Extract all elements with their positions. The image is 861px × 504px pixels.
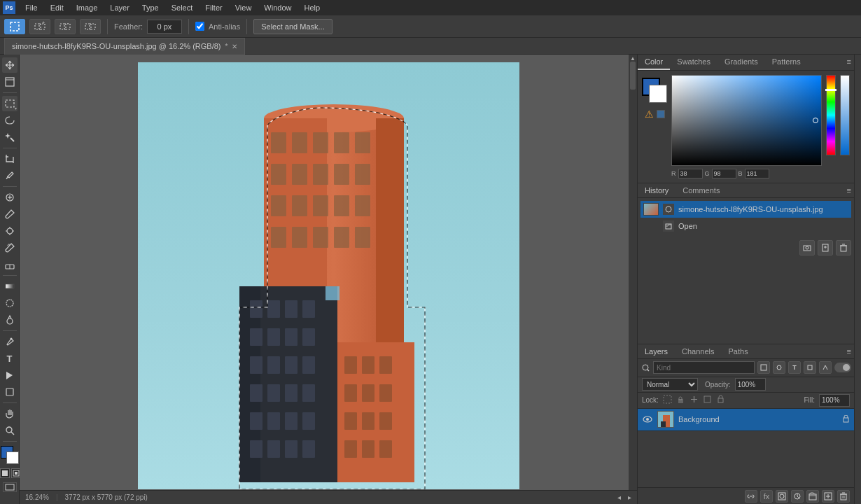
menu-help[interactable]: Help — [298, 2, 326, 13]
lock-all-btn[interactable] — [716, 395, 725, 406]
layers-tab[interactable]: Layers — [638, 344, 675, 358]
add-style-btn[interactable]: fx — [760, 490, 773, 503]
tool-gradient[interactable] — [2, 279, 18, 294]
paths-tab[interactable]: Paths — [722, 344, 755, 358]
scroll-up-btn[interactable]: ▲ — [629, 55, 637, 62]
patterns-tab[interactable]: Patterns — [765, 55, 808, 70]
lock-transparent-btn[interactable] — [663, 395, 672, 406]
subtract-selection-btn[interactable]: - — [55, 19, 76, 34]
menu-view[interactable]: View — [230, 2, 258, 13]
lock-image-btn[interactable] — [676, 395, 685, 406]
new-snapshot-btn[interactable] — [799, 240, 815, 255]
layers-search-input[interactable] — [653, 361, 755, 374]
opacity-slider-area[interactable] — [840, 75, 850, 178]
add-mask-btn[interactable] — [776, 490, 788, 503]
b-input[interactable] — [745, 169, 769, 178]
screen-mode-btn[interactable] — [3, 482, 17, 492]
select-mask-button[interactable]: Select and Mask... — [253, 19, 332, 34]
opacity-slider[interactable] — [840, 75, 850, 155]
menu-image[interactable]: Image — [71, 2, 104, 13]
lock-position-btn[interactable] — [690, 395, 699, 406]
new-layer-btn[interactable] — [822, 490, 834, 503]
color-warning-icon[interactable]: ⚠ — [645, 108, 654, 120]
add-adjustment-btn[interactable] — [791, 490, 804, 503]
lock-artboard-btn[interactable] — [703, 395, 712, 406]
pixel-filter-btn[interactable] — [757, 361, 770, 374]
g-input[interactable] — [712, 169, 736, 178]
menu-edit[interactable]: Edit — [45, 2, 69, 13]
color-selection[interactable] — [1, 446, 19, 464]
anti-alias-checkbox[interactable] — [195, 22, 204, 31]
menu-filter[interactable]: Filter — [200, 2, 227, 13]
color-panel-menu[interactable]: ≡ — [844, 55, 854, 70]
tool-magic-wand[interactable] — [2, 130, 18, 145]
timeline-toggle[interactable]: ◂ — [617, 493, 621, 501]
tool-dodge[interactable] — [2, 312, 18, 328]
hue-slider[interactable] — [826, 75, 836, 178]
new-group-btn[interactable] — [806, 490, 819, 503]
tool-type[interactable]: T — [2, 351, 18, 366]
fill-input[interactable] — [819, 394, 850, 407]
background-color-btn[interactable] — [649, 85, 667, 103]
layer-visibility-toggle[interactable] — [642, 414, 653, 425]
tool-artboard[interactable] — [2, 74, 18, 90]
link-layers-btn[interactable] — [745, 490, 757, 503]
menu-layer[interactable]: Layer — [104, 2, 135, 13]
menu-select[interactable]: Select — [166, 2, 199, 13]
add-selection-btn[interactable]: + — [29, 19, 50, 34]
history-panel-menu[interactable]: ≡ — [844, 183, 854, 197]
vertical-scrollbar[interactable]: ▲ — [629, 55, 637, 490]
layers-panel-menu[interactable]: ≡ — [844, 344, 854, 358]
document-canvas[interactable] — [138, 62, 519, 489]
tool-move[interactable] — [2, 57, 18, 73]
menu-file[interactable]: File — [20, 2, 43, 13]
background-color-swatch[interactable] — [6, 451, 19, 464]
document-tab[interactable]: simone-hutsch-l8fyK9RS-OU-unsplash.jpg @… — [4, 38, 245, 55]
tool-zoom[interactable] — [2, 423, 18, 438]
tool-eraser[interactable] — [2, 257, 18, 272]
gradients-tab[interactable]: Gradients — [718, 55, 765, 70]
opacity-input[interactable] — [735, 378, 766, 391]
channels-tab[interactable]: Channels — [675, 344, 721, 358]
tool-brush[interactable] — [2, 206, 18, 222]
shape-filter-btn[interactable] — [804, 361, 816, 374]
tool-hand[interactable] — [2, 406, 18, 421]
color-preview-box[interactable] — [657, 110, 665, 118]
smart-filter-btn[interactable] — [819, 361, 832, 374]
v-scroll-thumb[interactable] — [630, 62, 636, 90]
tool-crop[interactable] — [2, 151, 18, 167]
blend-mode-select[interactable]: Normal Multiply Screen Overlay — [642, 378, 698, 391]
panel-expander[interactable] — [854, 55, 861, 504]
menu-window[interactable]: Window — [258, 2, 297, 13]
tool-lasso[interactable] — [2, 113, 18, 128]
tool-blur[interactable] — [2, 295, 18, 311]
new-selection-btn[interactable] — [4, 19, 25, 34]
history-item-0[interactable]: simone-hutsch-l8fyK9RS-OU-unsplash.jpg — [640, 201, 851, 218]
adjustment-filter-btn[interactable] — [773, 361, 785, 374]
menu-type[interactable]: Type — [136, 2, 164, 13]
tool-path-selection[interactable] — [2, 368, 18, 383]
tool-pen[interactable] — [2, 334, 18, 349]
swatches-tab[interactable]: Swatches — [670, 55, 718, 70]
intersect-selection-btn[interactable] — [80, 19, 101, 34]
filter-toggle[interactable] — [834, 363, 851, 372]
tool-eyedropper[interactable] — [2, 168, 18, 183]
delete-history-btn[interactable] — [836, 240, 851, 255]
layer-lock-icon[interactable] — [842, 415, 850, 424]
tool-history-brush[interactable] — [2, 240, 18, 255]
tool-shape[interactable] — [2, 384, 18, 400]
color-tab[interactable]: Color — [638, 55, 670, 70]
type-filter-btn[interactable]: T — [788, 361, 801, 374]
hue-slider-track[interactable] — [826, 75, 836, 155]
timeline-expand[interactable]: ▸ — [628, 493, 631, 501]
comments-tab[interactable]: Comments — [676, 183, 727, 197]
tab-close-button[interactable]: ✕ — [232, 43, 237, 50]
layer-item-background[interactable]: Background — [638, 409, 854, 431]
history-item-1[interactable]: Open — [640, 218, 851, 234]
delete-layer-btn[interactable] — [837, 490, 850, 503]
color-gradient-picker[interactable] — [671, 75, 822, 166]
standard-mode-btn[interactable] — [0, 468, 10, 478]
new-document-btn[interactable] — [818, 240, 833, 255]
feather-input[interactable] — [147, 20, 182, 34]
tool-healing[interactable] — [2, 190, 18, 205]
